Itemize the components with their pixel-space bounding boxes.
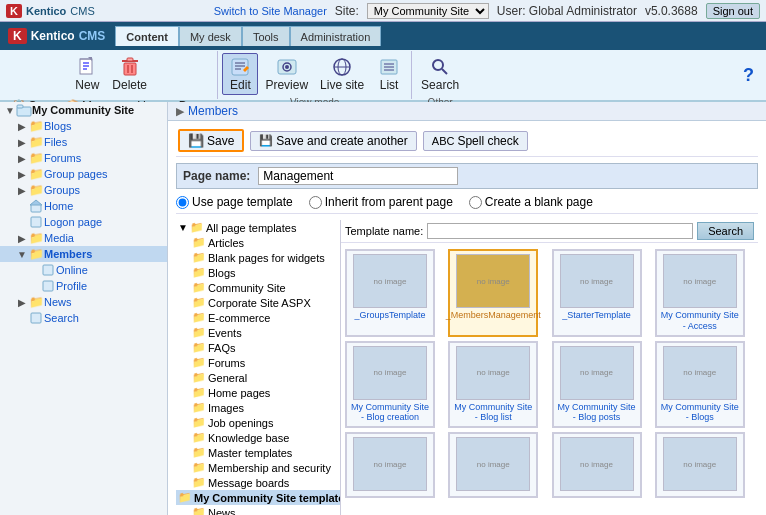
sidebar-item-files[interactable]: ▶ 📁 Files [0,134,167,150]
media-toggle[interactable]: ▶ [16,233,28,244]
nav-tab-administration[interactable]: Administration [290,26,382,46]
tmpl-tree-corporate[interactable]: 📁 Corporate Site ASPX [176,295,340,310]
t10-thumb: no image [456,437,530,491]
tmpl-tree-faqs[interactable]: 📁 FAQs [176,340,340,355]
sidebar-item-members[interactable]: ▼ 📁 Members [0,246,167,262]
sidebar-files-label: Files [44,136,67,148]
sidebar-item-forums[interactable]: ▶ 📁 Forums [0,150,167,166]
search-button[interactable]: Search [416,53,464,95]
template-card-t12[interactable]: no image [655,432,745,498]
template-grid: no image _GroupsTemplate no image _Membe… [341,247,758,515]
tmpl-tree-blogs[interactable]: 📁 Blogs [176,265,340,280]
blogs-toggle[interactable]: ▶ [16,121,28,132]
tmpl-tree-message-boards[interactable]: 📁 Message boards [176,475,340,490]
sidebar-item-blogs[interactable]: ▶ 📁 Blogs [0,118,167,134]
sidebar-item-news[interactable]: ▶ 📁 News [0,294,167,310]
sidebar-item-online[interactable]: ▶ Online [0,262,167,278]
save-button[interactable]: 💾 Save [178,129,244,152]
list-button[interactable]: List [371,53,407,95]
tmpl-tree-news[interactable]: 📁 News [176,505,340,515]
template-card-access[interactable]: no image My Community Site - Access [655,249,745,337]
inherit-radio[interactable] [309,196,322,209]
tmpl-root-label: All page templates [206,222,297,234]
site-select[interactable]: My Community Site [367,3,489,19]
sidebar-search-label: Search [44,312,79,324]
template-card-t10[interactable]: no image [448,432,538,498]
help-button[interactable]: ? [735,61,762,90]
sidebar-item-profile[interactable]: ▶ Profile [0,278,167,294]
blogs-folder-icon: 📁 [28,119,44,133]
list-icon [378,56,400,78]
sign-out-button[interactable]: Sign out [706,3,760,19]
tmpl-tree-root[interactable]: ▼ 📁 All page templates [176,220,340,235]
template-card-t11[interactable]: no image [552,432,642,498]
new-button[interactable]: New [69,53,105,95]
groupages-toggle[interactable]: ▶ [16,169,28,180]
nav-tab-mydesk[interactable]: My desk [179,26,242,46]
sidebar-item-media[interactable]: ▶ 📁 Media [0,230,167,246]
use-template-option[interactable]: Use page template [176,195,293,209]
nav-tab-content[interactable]: Content [115,26,179,46]
cms-text: CMS [70,5,94,17]
preview-button[interactable]: Preview [260,53,313,95]
tmpl-tree-master[interactable]: 📁 Master templates [176,445,340,460]
livesite-button[interactable]: Live site [315,53,369,95]
delete-button[interactable]: Delete [107,53,152,95]
use-template-radio[interactable] [176,196,189,209]
files-toggle[interactable]: ▶ [16,137,28,148]
tmpl-tree-my-community[interactable]: 📁 My Community Site templates [176,490,340,505]
tmpl-tree-homepages[interactable]: 📁 Home pages [176,385,340,400]
spell-check-button[interactable]: ABC Spell check [423,131,528,151]
switch-to-site-manager-link[interactable]: Switch to Site Manager [214,5,327,17]
sidebar-item-groups[interactable]: ▶ 📁 Groups [0,182,167,198]
tmpl-tree-membership[interactable]: 📁 Membership and security [176,460,340,475]
template-card-starter[interactable]: no image _StarterTemplate [552,249,642,337]
sidebar-item-logon-page[interactable]: ▶ Logon page [0,214,167,230]
toolbar-group-other: Search Other [412,51,468,99]
tmpl-tree-forums[interactable]: 📁 Forums [176,355,340,370]
members-toggle[interactable]: ▼ [16,249,28,260]
template-card-blog-creation[interactable]: no image My Community Site - Blog creati… [345,341,435,429]
nav-tab-tools[interactable]: Tools [242,26,290,46]
tmpl-tree-images[interactable]: 📁 Images [176,400,340,415]
tmpl-tree-community[interactable]: 📁 Community Site [176,280,340,295]
tmpl-tree-general[interactable]: 📁 General [176,370,340,385]
sidebar-root[interactable]: ▼ My Community Site [0,102,167,118]
tmpl-tree-blank-widgets[interactable]: 📁 Blank pages for widgets [176,250,340,265]
breadcrumb-parent[interactable]: Members [188,104,238,118]
groups-thumb: no image [353,254,427,308]
sidebar-item-group-pages[interactable]: ▶ 📁 Group pages [0,166,167,182]
sidebar-item-search[interactable]: ▶ Search [0,310,167,326]
save-and-create-button[interactable]: 💾 Save and create another [250,131,416,151]
template-card-blogs[interactable]: no image My Community Site - Blogs [655,341,745,429]
edit-button[interactable]: Edit [222,53,258,95]
template-card-groups[interactable]: no image _GroupsTemplate [345,249,435,337]
site-selector[interactable]: My Community Site [367,3,489,19]
template-card-blog-posts[interactable]: no image My Community Site - Blog posts [552,341,642,429]
tmpl-tree-articles[interactable]: 📁 Articles [176,235,340,250]
template-search-button[interactable]: Search [697,222,754,240]
template-grid-area: Template name: Search no image _GroupsTe… [341,220,758,515]
spell-check-icon: ABC [432,135,455,147]
template-card-blog-list[interactable]: no image My Community Site - Blog list [448,341,538,429]
blank-radio[interactable] [469,196,482,209]
news-toggle[interactable]: ▶ [16,297,28,308]
tmpl-tree-job-openings[interactable]: 📁 Job openings [176,415,340,430]
inherit-option[interactable]: Inherit from parent page [309,195,453,209]
groups-toggle[interactable]: ▶ [16,185,28,196]
root-toggle[interactable]: ▼ [4,105,16,116]
page-name-input[interactable] [258,167,458,185]
tmpl-tree-ecommerce[interactable]: 📁 E-commerce [176,310,340,325]
blank-option[interactable]: Create a blank page [469,195,593,209]
tmpl-root-toggle[interactable]: ▼ [178,222,188,233]
template-name-input[interactable] [427,223,693,239]
sidebar-online-label: Online [56,264,88,276]
svg-rect-6 [124,63,136,75]
tmpl-tree-events[interactable]: 📁 Events [176,325,340,340]
tmpl-tree-knowledge[interactable]: 📁 Knowledge base [176,430,340,445]
forums-toggle[interactable]: ▶ [16,153,28,164]
template-card-t9[interactable]: no image [345,432,435,498]
sidebar-item-home[interactable]: ▶ Home [0,198,167,214]
tmpl-news-label: News [208,507,236,516]
template-card-members-mgmt[interactable]: no image _MembersManagement [448,249,538,337]
